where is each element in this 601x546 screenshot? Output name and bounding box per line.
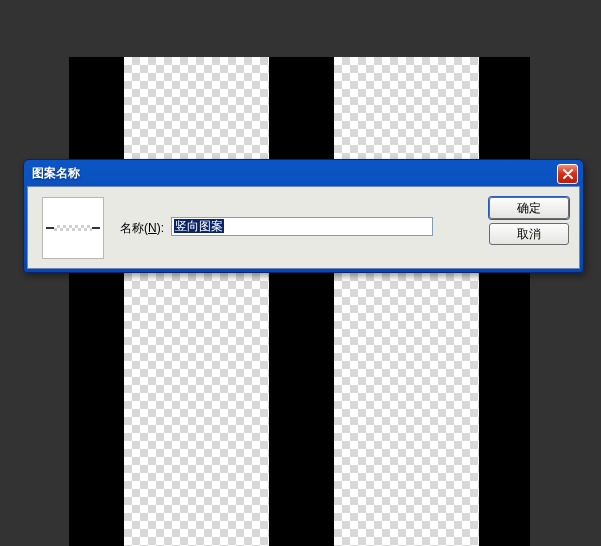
document-canvas — [69, 57, 530, 546]
dialog-titlebar[interactable]: 图案名称 — [24, 160, 583, 186]
cancel-button[interactable]: 取消 — [489, 223, 569, 245]
pattern-preview — [42, 197, 104, 259]
name-input-value: 竖向图案 — [174, 219, 224, 233]
transparent-column — [124, 57, 269, 546]
ok-button[interactable]: 确定 — [489, 197, 569, 219]
name-input[interactable]: 竖向图案 — [171, 217, 433, 236]
name-label: 名称(N): — [120, 220, 164, 237]
pattern-name-dialog: 图案名称 名称(N): 竖向图案 确定 — [23, 159, 584, 273]
dialog-body: 名称(N): 竖向图案 确定 取消 — [27, 186, 580, 269]
app-workspace: 图案名称 名称(N): 竖向图案 确定 — [0, 0, 601, 546]
dialog-title: 图案名称 — [32, 165, 80, 182]
close-button[interactable] — [557, 164, 578, 184]
close-icon — [563, 169, 573, 179]
transparent-column — [334, 57, 479, 546]
pattern-preview-content — [46, 225, 100, 231]
